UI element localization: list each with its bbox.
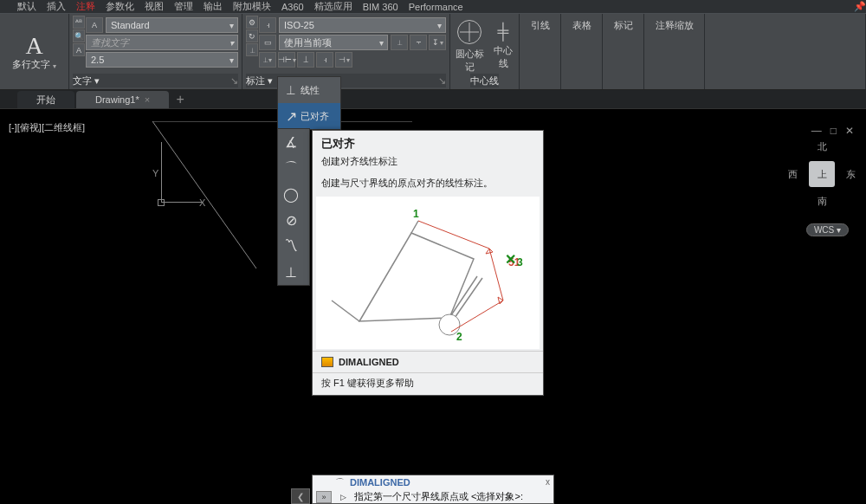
centermark-button[interactable]: 圆心标记 — [454, 16, 486, 74]
menu-manage[interactable]: 管理 — [174, 0, 193, 13]
tab-close-icon[interactable]: × — [145, 94, 150, 105]
spellcheck-icon[interactable]: ᴬᴮ — [73, 16, 85, 29]
continue-btn[interactable]: ⊣⊢ — [278, 52, 295, 68]
svg-line-7 — [489, 249, 503, 300]
tooltip-illustration: 1 2 51 ✕ 3 — [316, 197, 540, 349]
panel-markup: 标记 — [603, 14, 644, 89]
ucs-x-label: X — [199, 197, 205, 208]
viewcube-south[interactable]: 南 — [818, 195, 827, 208]
panel-empty — [705, 14, 866, 89]
dd-ordinate[interactable]: ⊥ — [278, 259, 309, 285]
dd-jogged[interactable]: 〽 — [278, 233, 309, 259]
text-panel-title[interactable]: 文字▾↘ — [73, 74, 238, 87]
viewport-controls: — □ ✕ — [811, 125, 854, 137]
wcs-badge[interactable]: WCS ▾ — [806, 223, 849, 236]
menu-bar: 默认 插入 注释 参数化 视图 管理 输出 附加模块 A360 精选应用 BIM… — [0, 0, 866, 14]
panel-centerline: 圆心标记 ╪ 中心线 中心线 — [450, 14, 520, 89]
ucs-y-label: Y — [152, 168, 158, 178]
dim-sm3[interactable]: ↧ — [429, 35, 446, 50]
menu-output[interactable]: 输出 — [204, 0, 223, 13]
dd-aligned[interactable]: ↗已对齐 — [278, 103, 340, 129]
tooltip-subtitle: 创建对齐线性标注 — [321, 155, 534, 168]
tab-new-icon[interactable]: + — [171, 91, 190, 108]
dd-angular[interactable]: ∡ — [278, 129, 309, 155]
dimstyle-combo[interactable]: ISO-25 — [279, 17, 446, 33]
menu-bim360[interactable]: BIM 360 — [363, 2, 398, 12]
tab-drawing1[interactable]: Drawing1*× — [76, 91, 169, 108]
menu-default[interactable]: 默认 — [17, 0, 36, 13]
textstyle-icon[interactable]: A — [86, 17, 103, 33]
command-line[interactable]: x ⌒ DIMALIGNED » ▷ 指定第一个尺寸界线原点或 <选择对象>: — [312, 475, 554, 504]
svg-text:3: 3 — [517, 256, 523, 268]
dim-update-icon[interactable]: ↻ — [246, 29, 258, 42]
svg-text:2: 2 — [456, 331, 462, 343]
menu-parametric[interactable]: 参数化 — [106, 0, 134, 13]
dim-space-icon[interactable]: ⫞ — [316, 52, 333, 68]
tooltip-command: DIMALIGNED — [339, 357, 399, 367]
menu-annotate[interactable]: 注释 — [76, 0, 95, 13]
dd-linear[interactable]: ⟂线性 — [278, 77, 340, 103]
mtext-label: 多行文字 — [12, 58, 50, 71]
ucs-icon[interactable]: Y X — [152, 142, 213, 220]
mtext-button[interactable]: A — [25, 34, 42, 58]
markup-label[interactable]: 标记 — [614, 19, 633, 32]
viewcube-west[interactable]: 西 — [788, 168, 798, 181]
pin-icon[interactable]: 📌 — [854, 1, 866, 12]
dim-panel-title[interactable]: 标注▾↘ — [246, 74, 446, 87]
dd-arc[interactable]: ⌒ — [278, 155, 309, 181]
svg-line-6 — [451, 300, 503, 332]
view-label[interactable]: [-][俯视][二维线框] — [9, 121, 85, 134]
dimstyle-mgr-icon[interactable]: ⚙ — [246, 16, 258, 29]
tooltip-title: 已对齐 — [321, 136, 534, 152]
dimstyle-icon[interactable]: ⫞ — [259, 17, 276, 33]
tooltip-description: 创建与尺寸界线的原点对齐的线性标注。 — [313, 171, 543, 195]
menu-insert[interactable]: 插入 — [47, 0, 66, 13]
textstyle-combo[interactable]: Standard — [106, 17, 238, 33]
cmd-name: DIMALIGNED — [350, 477, 410, 488]
viewcube-east[interactable]: 东 — [846, 168, 856, 181]
cmd-history: ⌒ DIMALIGNED — [313, 475, 553, 489]
menu-view[interactable]: 视图 — [145, 0, 164, 13]
menu-addins[interactable]: 附加模块 — [233, 0, 271, 13]
find-icon[interactable]: 🔍 — [73, 29, 85, 42]
dimtype-btn[interactable]: ⟂ — [259, 52, 276, 68]
mtext-dropdown[interactable] — [52, 60, 56, 70]
svg-text:1: 1 — [413, 208, 419, 220]
cmdline-expand-icon[interactable]: ❮ — [291, 488, 310, 504]
dim-type-dropdown-rest: ∡ ⌒ ◯ ⊘ 〽 ⊥ — [277, 128, 310, 286]
dimscale-icon[interactable]: ▭ — [259, 35, 276, 50]
leader-label[interactable]: 引线 — [531, 19, 550, 32]
cmd-prompt: 指定第一个尺寸界线原点或 <选择对象>: — [354, 490, 523, 503]
vp-restore-icon[interactable]: □ — [830, 125, 837, 137]
dim-ovr-icon[interactable]: ⊣ — [335, 52, 352, 68]
dd-diameter[interactable]: ⊘ — [278, 207, 309, 233]
vp-min-icon[interactable]: — — [811, 125, 822, 137]
centerline-button[interactable]: ╪ 中心线 — [491, 20, 515, 70]
dim-sm2[interactable]: ⫟ — [410, 35, 427, 50]
vp-close-icon[interactable]: ✕ — [845, 125, 854, 137]
dimscale-combo[interactable]: 使用当前项 — [279, 35, 388, 50]
svg-text:✕: ✕ — [505, 252, 516, 267]
cmd-arrow-icon[interactable]: » — [316, 491, 332, 503]
ribbon: A 多行文字 ᴬᴮ 🔍 A A Standard 查找文字 2.5 — [0, 14, 866, 90]
scale-icon[interactable]: A — [73, 43, 85, 56]
findtext-combo[interactable]: 查找文字 — [86, 35, 238, 50]
viewcube-top[interactable]: 上 — [809, 161, 835, 187]
dim-sm1[interactable]: ⟂ — [391, 35, 408, 50]
viewcube-north[interactable]: 北 — [818, 140, 827, 153]
menu-featured[interactable]: 精选应用 — [314, 0, 352, 13]
command-icon — [321, 357, 333, 367]
dim-break-icon[interactable]: ⟘ — [297, 52, 314, 68]
table-label[interactable]: 表格 — [572, 19, 591, 32]
dim-main-icon[interactable]: ⟂ — [246, 43, 258, 56]
menu-performance[interactable]: Performance — [409, 2, 463, 12]
center-panel-title: 中心线 — [470, 74, 499, 87]
cmdline-close-icon[interactable]: x — [546, 477, 550, 487]
cmd-prompt-row[interactable]: » ▷ 指定第一个尺寸界线原点或 <选择对象>: — [313, 489, 553, 504]
textheight-combo[interactable]: 2.5 — [86, 52, 238, 68]
tab-start[interactable]: 开始 — [17, 91, 74, 108]
menu-a360[interactable]: A360 — [281, 2, 304, 12]
dd-radius[interactable]: ◯ — [278, 181, 309, 207]
viewcube[interactable]: 北 南 西 东 上 — [788, 140, 856, 208]
annotscale-label[interactable]: 注释缩放 — [656, 19, 694, 32]
